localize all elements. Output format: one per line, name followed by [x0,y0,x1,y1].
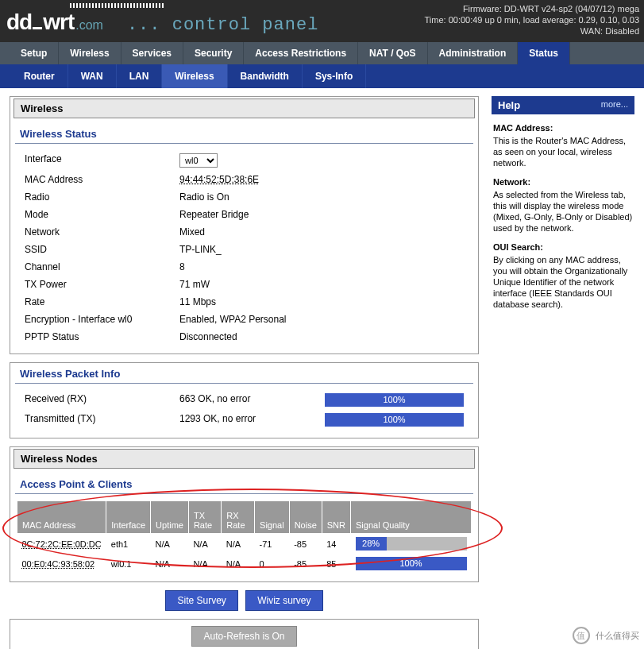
packet-section: Wireless Packet Info Received (RX) 663 O… [10,362,479,438]
txpower-label: TX Power [25,279,179,290]
logo-dd: dd [6,10,32,35]
tab-services[interactable]: Services [121,42,183,64]
help-net-head: Network: [493,176,633,187]
help-more-link[interactable]: more... [601,99,628,111]
tab-nat-qos[interactable]: NAT / QoS [358,42,427,64]
site-survey-button[interactable]: Site Survey [165,590,237,611]
node-txrate: N/A [188,534,221,554]
node-if: wl0.1 [106,554,151,574]
nodes-head: Access Point & Clients [15,475,473,494]
pptp-label: PPTP Status [25,331,179,342]
watermark-text: 什么值得买 [596,631,639,640]
help-net-text: As selected from the Wireless tab, this … [493,189,633,234]
rx-label: Received (RX) [25,393,179,407]
node-txrate: N/A [188,554,221,574]
subtab-sysinfo[interactable]: Sys-Info [303,64,366,88]
sub-tabs: Router WAN LAN Wireless Bandwidth Sys-In… [0,64,644,88]
mac-label: MAC Address [25,174,179,185]
col-noise: Noise [289,501,322,534]
node-mac[interactable]: 0C:72:2C:EE:0D:DC [22,539,102,549]
help-title: Help [498,99,520,111]
mode-value: Repeater Bridge [179,209,464,220]
tab-setup[interactable]: Setup [10,42,59,64]
help-mac-text: This is the Router's MAC Address, as see… [493,135,633,168]
col-if: Interface [106,501,151,534]
wireless-section-title: Wireless [13,99,475,118]
logo-wrt: wrt [43,10,74,35]
node-snr: 14 [322,534,350,554]
app-header: dd wrt .com ... control panel Firmware: … [0,0,644,42]
mode-label: Mode [25,209,179,220]
network-value: Mixed [179,226,464,238]
ssid-value: TP-LINK_ [179,244,464,255]
encryption-value: Enabled, WPA2 Personal [179,314,464,325]
channel-value: 8 [179,261,464,272]
subtab-bandwidth[interactable]: Bandwidth [228,64,303,88]
firmware-text: Firmware: DD-WRT v24-sp2 (04/07/12) mega [425,3,640,14]
tab-status[interactable]: Status [518,42,570,64]
col-snr: SNR [322,501,350,534]
auto-refresh-bar: Auto-Refresh is On [10,619,479,649]
node-signal: 0 [255,554,290,574]
tx-bar: 100% [325,413,464,427]
table-row: 0C:72:2C:EE:0D:DCeth1N/AN/AN/A-71-851428… [17,534,472,554]
help-oui-head: OUI Search: [493,241,633,253]
channel-label: Channel [25,261,179,272]
pptp-value: Disconnected [179,331,464,342]
wan-text: WAN: Disabled [425,25,640,37]
tab-administration[interactable]: Administration [428,42,519,64]
node-uptime: N/A [151,534,189,554]
col-rxrate: RX Rate [222,501,255,534]
rate-value: 11 Mbps [179,296,464,307]
nodes-table: MAC Address Interface Uptime TX Rate RX … [17,500,472,574]
nodes-section-title: Wireless Nodes [13,449,475,469]
rate-label: Rate [25,296,179,307]
time-text: Time: 00:00:49 up 0 min, load average: 0… [425,14,640,25]
wireless-section: Wireless Wireless Status Interface wl0 M… [10,96,479,354]
subtab-lan[interactable]: LAN [117,64,163,88]
wiviz-survey-button[interactable]: Wiviz survey [245,590,322,611]
interface-label: Interface [25,153,179,168]
barcode-decoration [70,3,165,8]
node-noise: -85 [289,554,322,574]
help-mac-head: MAC Address: [493,122,633,133]
wireless-status-head: Wireless Status [15,125,473,144]
logo-dash [33,27,42,29]
header-info: Firmware: DD-WRT v24-sp2 (04/07/12) mega… [425,3,640,37]
survey-buttons: Site Survey Wiviz survey [10,590,479,611]
table-row: 00:E0:4C:93:58:02wl0.1N/AN/AN/A0-8585100… [17,554,472,574]
radio-value: Radio is On [179,191,464,203]
node-uptime: N/A [151,554,189,574]
subtab-wan[interactable]: WAN [68,64,117,88]
node-signal: -71 [255,534,290,554]
auto-refresh-button[interactable]: Auto-Refresh is On [191,626,296,647]
control-panel-text: ... control panel [127,15,318,35]
watermark: 值 什么值得买 [573,627,639,644]
encryption-label: Encryption - Interface wl0 [25,314,179,325]
tab-security[interactable]: Security [183,42,244,64]
ssid-label: SSID [25,244,179,255]
subtab-wireless[interactable]: Wireless [162,64,227,88]
subtab-router[interactable]: Router [11,64,68,88]
help-oui-text: By clicking on any MAC address, you will… [493,254,633,310]
col-signal: Signal [255,501,290,534]
mac-value[interactable]: 94:44:52:5D:38:6E [179,174,259,185]
tab-access-restrictions[interactable]: Access Restrictions [244,42,358,64]
interface-select[interactable]: wl0 [179,153,218,168]
main-tabs: Setup Wireless Services Security Access … [0,42,644,64]
rx-value: 663 OK, no error [179,393,325,407]
packet-head: Wireless Packet Info [15,365,473,384]
network-label: Network [25,226,179,238]
col-mac: MAC Address [17,501,106,534]
txpower-value: 71 mW [179,279,464,290]
node-snr: 85 [322,554,350,574]
tx-label: Transmitted (TX) [25,413,179,427]
tab-wireless[interactable]: Wireless [59,42,121,64]
nodes-section: Wireless Nodes Access Point & Clients MA… [10,446,479,582]
tx-value: 1293 OK, no error [179,413,325,427]
node-if: eth1 [106,534,151,554]
node-noise: -85 [289,534,322,554]
node-sq-bar: 100% [356,557,467,570]
node-mac[interactable]: 00:E0:4C:93:58:02 [22,559,95,569]
node-sq-bar: 28% [356,537,467,550]
